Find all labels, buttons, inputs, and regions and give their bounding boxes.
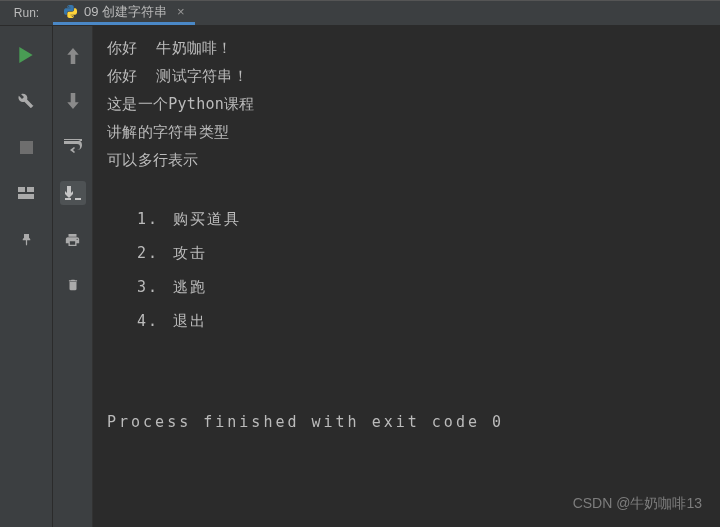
output-line: 可以多行表示 xyxy=(107,146,720,174)
svg-rect-2 xyxy=(27,187,34,192)
process-exit-line: Process finished with exit code 0 xyxy=(107,408,720,436)
output-line: 这是一个Python课程 xyxy=(107,90,720,118)
menu-item: 1.购买道具 xyxy=(107,202,720,236)
output-line: 讲解的字符串类型 xyxy=(107,118,720,146)
menu-item: 3.逃跑 xyxy=(107,270,720,304)
svg-rect-0 xyxy=(20,141,33,154)
run-tab[interactable]: 09 创建字符串 × xyxy=(53,1,195,25)
menu-item: 2.攻击 xyxy=(107,236,720,270)
run-topbar: Run: 09 创建字符串 × xyxy=(0,0,720,26)
output-line: 你好 牛奶咖啡！ xyxy=(107,34,720,62)
trash-icon[interactable] xyxy=(63,275,83,295)
console-tool-rail xyxy=(53,26,93,527)
wrench-icon[interactable] xyxy=(17,92,35,110)
main-area: 你好 牛奶咖啡！ 你好 测试字符串！ 这是一个Python课程 讲解的字符串类型… xyxy=(0,26,720,527)
console-output[interactable]: 你好 牛奶咖啡！ 你好 测试字符串！ 这是一个Python课程 讲解的字符串类型… xyxy=(93,26,720,527)
svg-rect-1 xyxy=(18,187,25,192)
scroll-down-icon[interactable] xyxy=(63,91,83,111)
close-tab-icon[interactable]: × xyxy=(177,4,185,19)
output-line: 你好 测试字符串！ xyxy=(107,62,720,90)
menu-item: 4.退出 xyxy=(107,304,720,338)
watermark: CSDN @牛奶咖啡13 xyxy=(573,489,702,517)
stop-button[interactable] xyxy=(17,138,35,156)
left-action-rail xyxy=(0,26,53,527)
run-panel-label: Run: xyxy=(0,6,53,20)
layout-icon[interactable] xyxy=(17,184,35,202)
pin-icon[interactable] xyxy=(17,230,35,248)
print-icon[interactable] xyxy=(63,230,83,250)
scroll-up-icon[interactable] xyxy=(63,46,83,66)
python-file-icon xyxy=(63,4,78,19)
scroll-to-end-icon[interactable] xyxy=(60,181,86,205)
run-button[interactable] xyxy=(17,46,35,64)
soft-wrap-icon[interactable] xyxy=(63,136,83,156)
svg-rect-3 xyxy=(18,194,34,199)
tab-label: 09 创建字符串 xyxy=(84,3,167,21)
